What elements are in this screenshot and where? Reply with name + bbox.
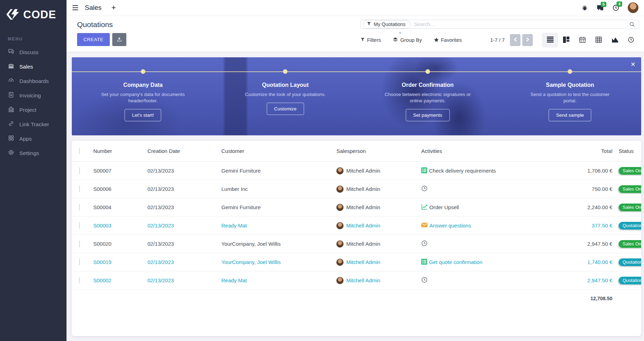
- kanban-view-button[interactable]: [558, 33, 574, 47]
- list-icon: [547, 37, 554, 44]
- group-by-button[interactable]: Group By: [393, 37, 422, 43]
- total-amount: 2,240.00 €: [541, 204, 613, 210]
- search-bar[interactable]: My Quotations ×: [360, 20, 639, 29]
- onboarding-step-order-confirmation: Order Confirmation Choose between electr…: [356, 57, 499, 135]
- table-row[interactable]: S00020 02/13/2023 YourCompany, Joel Will…: [72, 235, 641, 253]
- row-checkbox[interactable]: [79, 167, 80, 174]
- user-avatar[interactable]: [628, 2, 638, 13]
- column-header-creation-date[interactable]: Creation Date: [147, 148, 221, 154]
- row-checkbox[interactable]: [79, 186, 80, 192]
- row-checkbox[interactable]: [79, 240, 80, 247]
- row-checkbox[interactable]: [79, 204, 80, 211]
- activities-count-badge: 4: [617, 1, 622, 7]
- table-row[interactable]: S00019 02/13/2023 YourCompany, Joel Will…: [72, 253, 641, 271]
- app-title[interactable]: Sales: [85, 4, 102, 12]
- activity-cell[interactable]: [421, 240, 541, 247]
- lets-start-button[interactable]: Let's start!: [125, 109, 161, 121]
- activity-cell[interactable]: Order Upsell: [421, 204, 541, 211]
- row-checkbox[interactable]: [79, 259, 80, 265]
- filter-funnel-icon: [367, 21, 371, 27]
- filters-button[interactable]: Filters: [360, 37, 381, 43]
- create-button[interactable]: CREATE: [77, 33, 110, 46]
- calendar-view-button[interactable]: [574, 33, 591, 47]
- salesperson-avatar: [336, 240, 343, 247]
- row-checkbox[interactable]: [79, 222, 80, 229]
- search-input[interactable]: [414, 21, 629, 27]
- facet-remove-icon[interactable]: ×: [399, 30, 402, 36]
- sidebar-item-label: Project: [19, 107, 36, 113]
- table-row[interactable]: S00004 02/13/2023 Gemini Furniture Mitch…: [72, 198, 641, 217]
- puzzle-icon: [8, 106, 14, 114]
- search-options-row: Filters Group By Favorites 1-7 / 7: [360, 33, 639, 47]
- graph-view-button[interactable]: [607, 33, 623, 47]
- sidebar-item-sales[interactable]: Sales: [0, 59, 67, 74]
- total-amount: 1,740.00 €: [541, 259, 613, 265]
- salesperson-avatar: [336, 204, 343, 211]
- search-facet-my-quotations[interactable]: My Quotations: [363, 20, 411, 28]
- sidebar-item-dashboards[interactable]: Dashboards: [0, 74, 67, 88]
- messages-icon[interactable]: 5: [596, 5, 604, 11]
- step-description: Customize the look of your quotations.: [245, 91, 326, 98]
- debug-bug-icon[interactable]: [581, 5, 588, 11]
- onboarding-step-quotation-layout: Quotation Layout Customize the look of y…: [214, 57, 357, 135]
- row-checkbox[interactable]: [79, 277, 80, 284]
- sidebar-item-project[interactable]: Project: [0, 103, 67, 117]
- activity-cell[interactable]: Answer questions: [421, 223, 541, 229]
- hamburger-menu-icon[interactable]: [72, 5, 78, 11]
- search-icon[interactable]: [629, 21, 635, 27]
- favorites-button[interactable]: Favorites: [434, 37, 462, 43]
- activity-label: Answer questions: [429, 223, 471, 229]
- sidebar-item-link-tracker[interactable]: Link Tracker: [0, 117, 67, 131]
- envelope-icon: [421, 223, 428, 229]
- sidebar-item-settings[interactable]: Settings: [0, 146, 67, 160]
- table-row[interactable]: S00006 02/13/2023 Lumber Inc Mitchell Ad…: [72, 180, 641, 198]
- sidebar-item-discuss[interactable]: Discuss: [0, 45, 67, 59]
- table-row[interactable]: S00007 02/13/2023 Gemini Furniture Mitch…: [72, 162, 641, 180]
- table-row[interactable]: S00002 02/13/2023 Ready Mat Mitchell Adm…: [72, 271, 641, 290]
- new-tab-button[interactable]: +: [112, 3, 116, 12]
- salesperson-name: Mitchell Admin: [346, 277, 380, 283]
- topbar-actions: 5 4: [581, 2, 638, 13]
- column-header-salesperson[interactable]: Salesperson: [336, 148, 421, 154]
- sidebar-item-apps[interactable]: Apps: [0, 131, 67, 146]
- chat-icon: [8, 48, 14, 56]
- quotation-number: S00006: [93, 186, 147, 192]
- activity-view-button[interactable]: [623, 33, 639, 47]
- column-header-activities[interactable]: Activities: [421, 148, 541, 154]
- send-sample-button[interactable]: Send sample: [549, 109, 591, 121]
- select-all-checkbox[interactable]: [79, 148, 80, 154]
- pivot-table-icon: [595, 37, 602, 44]
- customer-name: Ready Mat: [221, 277, 336, 283]
- pager-previous-button[interactable]: [510, 34, 520, 46]
- column-header-number[interactable]: Number: [93, 148, 147, 154]
- activity-cell[interactable]: [421, 277, 541, 284]
- activity-cell[interactable]: Get quote confirmation: [421, 259, 541, 266]
- shop-icon: [8, 63, 14, 71]
- kanban-icon: [563, 37, 569, 44]
- step-title: Order Confirmation: [402, 82, 454, 88]
- messages-count-badge: 5: [601, 2, 606, 7]
- column-header-customer[interactable]: Customer: [221, 148, 336, 154]
- customer-name: Ready Mat: [221, 223, 336, 229]
- export-button[interactable]: [112, 33, 126, 46]
- activity-label: Order Upsell: [429, 204, 459, 210]
- customize-button[interactable]: Customize: [267, 103, 304, 115]
- timeline-dot: [283, 69, 288, 74]
- set-payments-button[interactable]: Set payments: [406, 109, 450, 121]
- status-badge: Sales Order: [619, 204, 641, 211]
- activity-cell[interactable]: [421, 185, 541, 193]
- sidebar-item-invoicing[interactable]: Invoicing: [0, 88, 67, 103]
- column-header-status[interactable]: Status: [613, 148, 641, 154]
- pivot-view-button[interactable]: [591, 33, 607, 47]
- brand-logo[interactable]: CODE: [0, 0, 67, 32]
- table-total-sum: 12,708.50: [541, 296, 613, 301]
- onboarding-step-sample-quotation: Sample Quotation Send a quotation to tes…: [499, 57, 642, 135]
- pager-next-button[interactable]: [522, 34, 533, 46]
- grid-icon: [8, 135, 14, 143]
- list-view-button[interactable]: [542, 33, 558, 47]
- column-header-total[interactable]: Total: [541, 148, 613, 154]
- activities-clock-icon[interactable]: 4: [612, 4, 619, 11]
- table-row[interactable]: S00003 02/13/2023 Ready Mat Mitchell Adm…: [72, 217, 641, 235]
- activity-cell[interactable]: Check delivery requirements: [421, 167, 541, 174]
- sidebar: CODE MENU Discuss Sales Dashboards Invoi…: [0, 0, 67, 341]
